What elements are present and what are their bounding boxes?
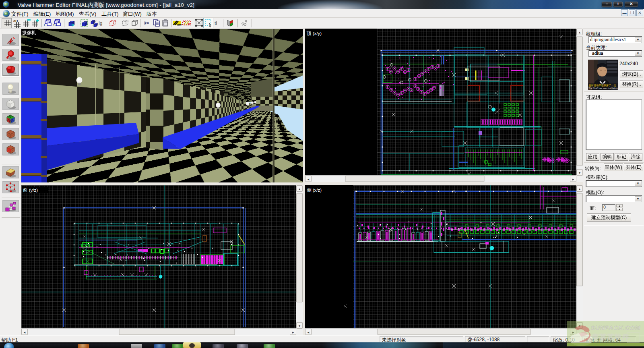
- svg-text:✂: ✂: [144, 20, 149, 27]
- svg-text:顶 (x/y): 顶 (x/y): [306, 31, 322, 36]
- svg-text:丝袜足缃早饭撕穿了一边: 丝袜足缃早饭撕穿了一边: [589, 84, 617, 87]
- svg-text:◂: ◂: [24, 330, 26, 334]
- svg-text:ig: ig: [99, 21, 102, 26]
- svg-text:▾: ▾: [299, 324, 301, 328]
- svg-text:侧 (x/z): 侧 (x/z): [307, 188, 322, 193]
- svg-text:▾: ▾: [579, 171, 581, 175]
- svg-text:▴: ▴: [579, 187, 581, 191]
- svg-text:◂: ◂: [308, 330, 310, 334]
- svg-text:SUNPACK.COM: SUNPACK.COM: [591, 324, 640, 331]
- svg-text:李某某软件: 李某某软件: [591, 334, 630, 341]
- svg-text:tl: tl: [215, 20, 217, 26]
- svg-text:3D: 3D: [13, 19, 18, 23]
- svg-text:▴: ▴: [579, 30, 581, 34]
- svg-text:摄像机: 摄像机: [22, 30, 36, 35]
- svg-text:▸: ▸: [292, 330, 294, 334]
- svg-text:▴: ▴: [299, 187, 301, 191]
- svg-text:▸: ▸: [572, 177, 574, 181]
- svg-text:◂: ◂: [308, 177, 310, 181]
- svg-text:前 (y/z): 前 (y/z): [23, 188, 38, 193]
- svg-text:The ShaO has seen it all belon: The ShaO has seen it all belong: [589, 87, 619, 89]
